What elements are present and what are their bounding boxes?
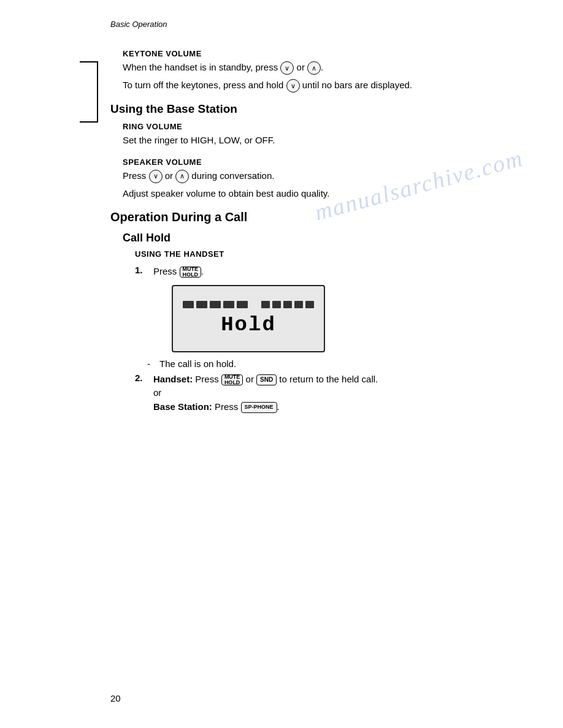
speaker-volume-line2: Adjust speaker volume to obtain best aud… [123, 187, 526, 201]
ring-volume-section: Ring Volume Set the ringer to HIGH, LOW,… [123, 122, 526, 148]
using-base-station-title: Using the Base Station [110, 102, 526, 116]
keytone-volume-title: Keytone Volume [123, 49, 526, 58]
mute-hold-btn2-icon: MUTEHOLD [221, 374, 243, 385]
mute-hold-button-icon: MUTEHOLD [180, 267, 202, 278]
page-number: 20 [110, 693, 121, 703]
call-hold-title: Call Hold [123, 232, 526, 245]
using-base-station-section: Using the Base Station Ring Volume Set t… [110, 102, 526, 200]
main-content: Keytone Volume When the handset is in st… [110, 49, 526, 423]
vol-down-icon: ∨ [280, 61, 294, 75]
step-1-content: Press MUTEHOLD. [153, 265, 526, 279]
step-1-num: 1. [135, 265, 153, 275]
keytone-volume-line2: To turn off the keytones, press and hold… [123, 78, 526, 93]
using-handset-title: Using the Handset [135, 249, 526, 259]
lcd-block-10 [305, 301, 314, 308]
lcd-block-9 [294, 301, 303, 308]
lcd-block-4 [223, 301, 234, 308]
bracket-decoration [80, 61, 98, 123]
speaker-volume-line1: Press ∨ or ∧ during conversation. [123, 169, 526, 183]
lcd-hold-text: Hold [221, 313, 276, 336]
ring-volume-title: Ring Volume [123, 122, 526, 131]
spk-vol-up-icon: ∧ [175, 170, 189, 183]
hold-vol-icon: ∨ [286, 79, 300, 93]
lcd-display: Hold [172, 285, 325, 352]
speaker-volume-title: Speaker Volume [123, 157, 526, 167]
step-2-num: 2. [135, 373, 153, 383]
lcd-block-8 [283, 301, 292, 308]
spk-vol-down-icon: ∨ [149, 170, 163, 183]
lcd-block-5 [237, 301, 248, 308]
lcd-block-3 [210, 301, 221, 308]
operation-during-call-section: Operation During a Call Call Hold Using … [110, 210, 526, 414]
lcd-block-1 [183, 301, 194, 308]
call-hold-section: Call Hold Using the Handset 1. Press MUT… [110, 232, 526, 414]
ring-volume-text: Set the ringer to HIGH, LOW, or OFF. [123, 134, 526, 148]
page-header: Basic Operation [110, 20, 167, 29]
lcd-top-row [183, 301, 314, 308]
snd-btn-icon: SND [256, 374, 277, 385]
lcd-block-7 [272, 301, 281, 308]
call-on-hold-text: The call is on hold. [159, 358, 236, 369]
keytone-volume-line1: When the handset is in standby, press ∨ … [123, 61, 526, 75]
dash-symbol: - [147, 358, 159, 369]
dash-call-on-hold: - The call is on hold. [147, 358, 526, 369]
operation-during-call-title: Operation During a Call [110, 210, 526, 224]
step-2-content: Handset: Press MUTEHOLD or SND to return… [153, 373, 526, 414]
or-text: or [153, 387, 161, 398]
step-2: 2. Handset: Press MUTEHOLD or SND to ret… [135, 373, 526, 414]
using-handset-section: Using the Handset 1. Press MUTEHOLD. [135, 249, 526, 414]
sp-phone-btn-icon: SP-PHONE [241, 402, 277, 413]
handset-label: Handset: [153, 374, 193, 384]
lcd-block-2 [196, 301, 207, 308]
keytone-volume-section: Keytone Volume When the handset is in st… [110, 49, 526, 93]
base-station-label: Base Station: [153, 401, 212, 412]
lcd-gap [250, 301, 259, 308]
lcd-block-6 [261, 301, 270, 308]
step-1: 1. Press MUTEHOLD. [135, 265, 526, 279]
vol-up-icon: ∧ [307, 61, 321, 75]
speaker-volume-section: Speaker Volume Press ∨ or ∧ during conve… [123, 157, 526, 201]
